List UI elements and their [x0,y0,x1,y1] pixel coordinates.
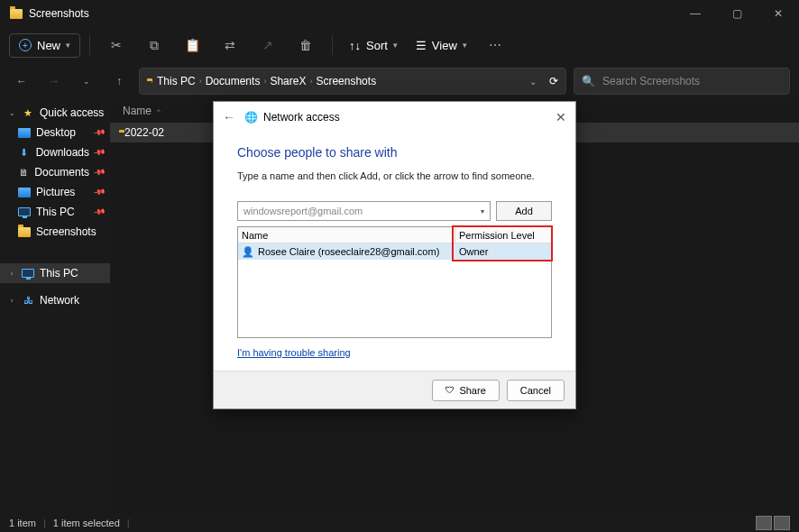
sidebar-label: Network [40,294,79,307]
dialog-back-button[interactable]: ← [223,110,235,124]
desktop-icon [18,126,31,139]
dialog-heading: Choose people to share with [237,145,552,160]
chevron-down-icon[interactable]: ▾ [481,207,484,216]
sort-asc-icon: ^ [157,107,161,115]
column-name[interactable]: Name ^ [123,105,161,117]
chevron-right-icon[interactable]: › [7,297,16,305]
paste-icon[interactable]: 📋 [175,32,209,59]
sidebar-thispc[interactable]: › This PC [0,263,110,283]
new-button[interactable]: + New ▾ [9,33,80,58]
delete-icon[interactable]: 🗑 [289,32,323,59]
sidebar-label: This PC [40,267,78,280]
titlebar: Screenshots — ▢ ✕ [0,0,799,27]
maximize-button[interactable]: ▢ [716,0,758,27]
breadcrumb[interactable]: Documents [206,75,261,87]
copy-icon[interactable]: ⧉ [137,32,171,59]
pin-icon: 📌 [93,146,106,160]
view-label: View [432,39,457,52]
up-button[interactable]: ↑ [106,69,132,94]
sidebar-label: Screenshots [36,225,96,238]
chevron-right-icon[interactable]: › [7,270,16,278]
item-selected: 1 item selected [53,518,120,528]
network-icon: 🌐 [244,111,258,124]
sidebar-network[interactable]: › 🖧 Network [0,290,110,310]
download-icon: ⬇ [18,146,31,159]
cut-icon[interactable]: ✂ [99,32,133,59]
view-button[interactable]: ☰ View ▾ [409,34,474,57]
star-icon: ★ [22,106,34,119]
address-bar[interactable]: › This PC › Documents › ShareX › Screens… [139,68,566,95]
nav-row: ← → ⌄ ↑ › This PC › Documents › ShareX ›… [0,63,799,99]
folder-icon [9,6,23,21]
sort-button[interactable]: ↑↓ Sort ▾ [342,34,405,57]
sidebar-label: This PC [36,206,75,218]
share-icon[interactable]: ↗ [251,32,285,59]
sidebar-label: Desktop [36,126,76,139]
cancel-button[interactable]: Cancel [507,380,565,401]
pin-icon: 📌 [93,186,106,199]
trouble-sharing-link[interactable]: I'm having trouble sharing [237,347,351,358]
pin-icon: 📌 [93,126,106,140]
monitor-icon [22,267,34,280]
sidebar-item-documents[interactable]: 🗎 Documents 📌 [0,162,110,182]
forward-button[interactable]: → [41,69,67,94]
status-bar: 1 item | 1 item selected | [0,514,799,532]
sidebar-item-downloads[interactable]: ⬇ Downloads 📌 [0,142,110,162]
view-icon: ☰ [416,39,427,52]
sidebar-item-screenshots[interactable]: Screenshots [0,222,110,242]
picture-icon [18,186,31,198]
search-placeholder: Search Screenshots [602,75,700,87]
sidebar-label: Pictures [36,186,75,198]
toolbar: + New ▾ ✂ ⧉ 📋 ⇄ ↗ 🗑 ↑↓ Sort ▾ ☰ View ▾ ⋯ [0,27,799,63]
file-name: 2022-02 [124,126,164,139]
permission-table: Name Permission Level 👤 Rosee Claire (ro… [237,226,552,338]
minimize-button[interactable]: — [675,0,716,27]
sort-icon: ↑↓ [349,39,361,52]
pin-icon: 📌 [93,166,106,179]
recent-button[interactable]: ⌄ [74,69,99,94]
add-button[interactable]: Add [496,201,552,221]
permission-value: Owner [455,243,551,260]
close-button[interactable]: ✕ [758,0,799,27]
item-count: 1 item [9,518,36,528]
sidebar-label: Quick access [40,106,104,119]
sidebar-label: Downloads [36,146,89,159]
input-value: windowsreport@gmail.com [243,206,363,216]
sidebar-item-thispc[interactable]: This PC 📌 [0,202,110,222]
dialog-title: Network access [263,111,340,124]
dialog-subtitle: Type a name and then click Add, or click… [237,170,552,181]
search-input[interactable]: 🔍 Search Screenshots [574,68,790,95]
breadcrumb[interactable]: This PC [157,75,196,87]
rename-icon[interactable]: ⇄ [213,32,247,59]
details-view-icon[interactable] [756,516,772,530]
monitor-icon [18,206,31,218]
user-icon: 👤 [242,246,254,258]
search-icon: 🔍 [582,75,595,87]
chevron-down-icon[interactable]: ⌄ [7,109,16,117]
window-title: Screenshots [29,7,89,20]
thumbnails-view-icon[interactable] [774,516,790,530]
back-button[interactable]: ← [9,69,34,94]
breadcrumb[interactable]: ShareX [270,75,306,87]
sidebar: ⌄ ★ Quick access Desktop 📌 ⬇ Downloads 📌… [0,99,110,514]
more-icon[interactable]: ⋯ [478,32,512,59]
column-permission[interactable]: Permission Level [455,227,551,243]
chevron-down-icon: ▾ [66,41,70,50]
dialog-close-button[interactable]: ✕ [556,110,566,124]
chevron-down-icon: ▾ [393,41,398,50]
sidebar-item-pictures[interactable]: Pictures 📌 [0,182,110,202]
sidebar-quick-access[interactable]: ⌄ ★ Quick access [0,103,110,123]
pin-icon: 📌 [93,206,106,219]
chevron-down-icon[interactable]: ⌄ [529,77,537,87]
column-name[interactable]: Name [238,227,455,243]
sort-label: Sort [366,39,388,52]
share-name-input[interactable]: windowsreport@gmail.com ▾ [237,201,491,221]
share-button[interactable]: 🛡 Share [432,380,499,401]
breadcrumb[interactable]: Screenshots [316,75,376,87]
plus-icon: + [19,39,32,51]
folder-icon [18,225,31,238]
refresh-icon[interactable]: ⟳ [549,75,558,87]
sidebar-item-desktop[interactable]: Desktop 📌 [0,123,110,142]
permission-row[interactable]: 👤 Rosee Claire (roseeclaire28@gmail.com)… [238,243,551,260]
network-access-dialog: ← 🌐 Network access ✕ Choose people to sh… [213,101,576,409]
